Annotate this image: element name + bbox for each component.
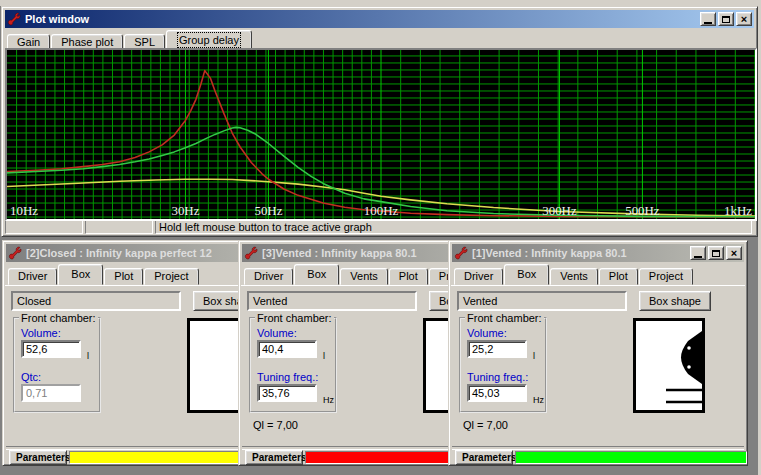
box-type-field[interactable]: Closed: [11, 291, 181, 311]
child1-titlebar[interactable]: [2]Closed : Infinity kappa perfect 12: [6, 244, 238, 262]
tab-label: Plot: [609, 270, 628, 282]
x-tick-label: 50Hz: [254, 204, 282, 218]
parameters-color-bar: [515, 451, 747, 464]
tuning-freq-label: Tuning freq.:: [257, 371, 318, 383]
group-delay-chart[interactable]: 10Hz30Hz50Hz100Hz300Hz500Hz1kHz: [7, 50, 755, 219]
tab-label: Driver: [254, 270, 283, 282]
front-chamber-group: Front chamber: Volume: 25,2 l Tuning fre…: [459, 317, 547, 413]
window-vented-kappa80-3-clip: [3]Vented : Infinity kappa 80.1 DriverBo…: [238, 240, 448, 466]
tab-driver[interactable]: Driver: [8, 268, 57, 285]
maximize-button[interactable]: [708, 246, 724, 260]
window-vented-kappa80-3: [3]Vented : Infinity kappa 80.1 DriverBo…: [238, 240, 448, 466]
tab-label: Box: [71, 268, 90, 280]
parameters-button[interactable]: Parameters: [245, 450, 303, 465]
qtc-label: Qtc:: [21, 371, 41, 383]
tab-label: Driver: [464, 270, 493, 282]
tab-project[interactable]: Project: [144, 268, 198, 285]
front-chamber-group: Front chamber: Volume: 52,6 l Qtc: 0,71: [13, 317, 101, 413]
child3-title: [1]Vented : Infinity kappa 80.1: [472, 247, 627, 259]
volume-unit: l: [533, 351, 547, 361]
volume-input[interactable]: 25,2: [467, 340, 527, 358]
box-shape-button[interactable]: Box shape: [193, 291, 238, 311]
box-shape-preview: [423, 318, 448, 413]
tab-box[interactable]: Box: [504, 264, 549, 285]
box-type-field[interactable]: Vented: [457, 291, 627, 311]
speaker-box-drawing: [636, 321, 702, 410]
maximize-button[interactable]: [718, 12, 734, 26]
box-type-value: Vented: [253, 295, 287, 307]
winisd-app: { "colors": { "desktop": "#808080", "win…: [0, 0, 761, 475]
qtc-input[interactable]: 0,71: [21, 384, 81, 402]
tab-label: Phase plot: [61, 36, 113, 48]
minimize-icon: [694, 256, 702, 258]
tuning-freq-label: Tuning freq.:: [467, 371, 528, 383]
box-shape-button[interactable]: Box shape: [429, 291, 448, 311]
x-tick-label: 100Hz: [364, 204, 399, 218]
child2-tab-bar: DriverBoxVentsPlotProject: [244, 265, 448, 285]
minimize-button[interactable]: [690, 246, 706, 260]
volume-label: Volume:: [467, 327, 507, 339]
tab-plot[interactable]: Plot: [104, 268, 143, 285]
tab-label: Project: [439, 270, 448, 282]
box-shape-preview: [187, 318, 238, 413]
parameters-button[interactable]: Parameters: [9, 450, 67, 465]
child2-title: [3]Vented : Infinity kappa 80.1: [262, 247, 417, 259]
maximize-icon: [712, 250, 720, 257]
box-type-field[interactable]: Vented: [247, 291, 417, 311]
volume-input[interactable]: 40,4: [257, 340, 317, 358]
tab-driver[interactable]: Driver: [244, 268, 293, 285]
tab-plot[interactable]: Plot: [389, 268, 428, 285]
parameters-button[interactable]: Parameters: [455, 450, 513, 465]
tab-label: Box: [517, 268, 536, 280]
x-tick-label: 30Hz: [171, 204, 199, 218]
front-chamber-group: Front chamber: Volume: 40,4 l Tuning fre…: [249, 317, 337, 413]
page-edge: [241, 285, 448, 286]
speaker-driver-icon: [681, 331, 702, 384]
window-vented-kappa80-1: [1]Vented : Infinity kappa 80.1 DriverBo…: [448, 240, 748, 466]
plot-grid: [7, 50, 755, 219]
status-message: Hold left mouse button to trace active g…: [155, 220, 752, 234]
box-shape-button[interactable]: Box shape: [639, 291, 711, 311]
plot-window-title: Plot window: [25, 13, 89, 25]
parameters-color-bar: [305, 451, 448, 464]
box-type-value: Closed: [17, 295, 51, 307]
close-button[interactable]: [726, 246, 742, 260]
front-chamber-legend: Front chamber:: [19, 312, 98, 324]
status-panel-1: [5, 220, 83, 234]
ql-value: Ql = 7,00: [463, 419, 508, 431]
box-shape-preview: [633, 318, 705, 413]
tab-box[interactable]: Box: [294, 264, 339, 285]
x-tick-label: 1kHz: [724, 204, 752, 218]
window-closed-kappa-perfect-clip: [2]Closed : Infinity kappa perfect 12 Dr…: [2, 240, 238, 466]
winisd-icon: [7, 12, 21, 26]
group-delay-plot[interactable]: 10Hz30Hz50Hz100Hz300Hz500Hz1kHz: [5, 48, 757, 221]
plot-window-titlebar[interactable]: Plot window: [5, 10, 754, 28]
tab-label: Project: [154, 270, 188, 282]
ql-value: Ql = 7,00: [253, 419, 298, 431]
close-button[interactable]: [736, 12, 752, 26]
tab-driver[interactable]: Driver: [454, 268, 503, 285]
tab-vents[interactable]: Vents: [340, 268, 388, 285]
page-edge: [5, 285, 238, 286]
tab-box[interactable]: Box: [58, 264, 103, 285]
tab-vents[interactable]: Vents: [550, 268, 598, 285]
tuning-freq-input[interactable]: 35,76: [257, 384, 317, 402]
parameters-color-bar: [69, 451, 238, 464]
tab-label: SPL: [134, 36, 155, 48]
window-vented-kappa80-1-clip: [1]Vented : Infinity kappa 80.1 DriverBo…: [448, 240, 748, 466]
tab-label: Driver: [18, 270, 47, 282]
minimize-button[interactable]: [700, 12, 716, 26]
x-tick-label: 500Hz: [625, 204, 660, 218]
tab-project[interactable]: Project: [429, 268, 448, 285]
tab-project[interactable]: Project: [639, 268, 693, 285]
volume-label: Volume:: [257, 327, 297, 339]
child3-titlebar[interactable]: [1]Vented : Infinity kappa 80.1: [452, 244, 744, 262]
volume-input[interactable]: 52,6: [21, 340, 81, 358]
close-icon: [731, 248, 737, 258]
child2-titlebar[interactable]: [3]Vented : Infinity kappa 80.1: [242, 244, 448, 262]
tuning-freq-input[interactable]: 45,03: [467, 384, 527, 402]
plot-statusbar: Hold left mouse button to trace active g…: [5, 220, 754, 234]
x-tick-label: 10Hz: [10, 204, 38, 218]
status-panel-2: [85, 220, 153, 234]
tab-plot[interactable]: Plot: [599, 268, 638, 285]
